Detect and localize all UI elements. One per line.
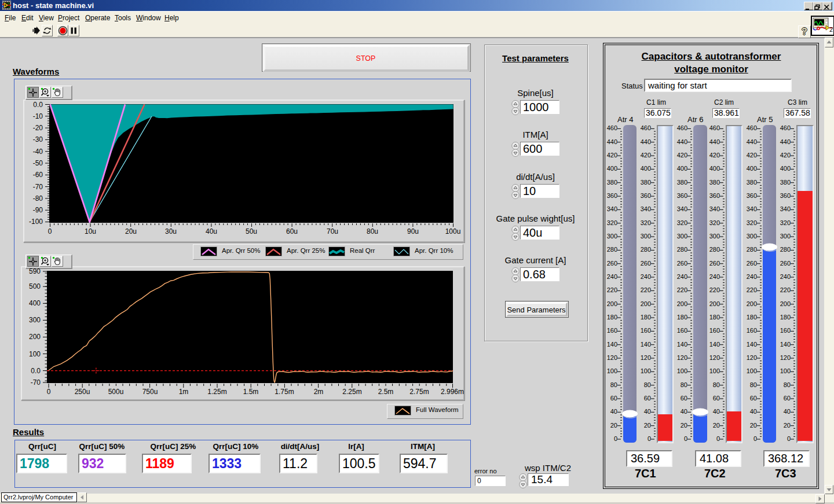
- svg-text:2: 2: [829, 26, 833, 32]
